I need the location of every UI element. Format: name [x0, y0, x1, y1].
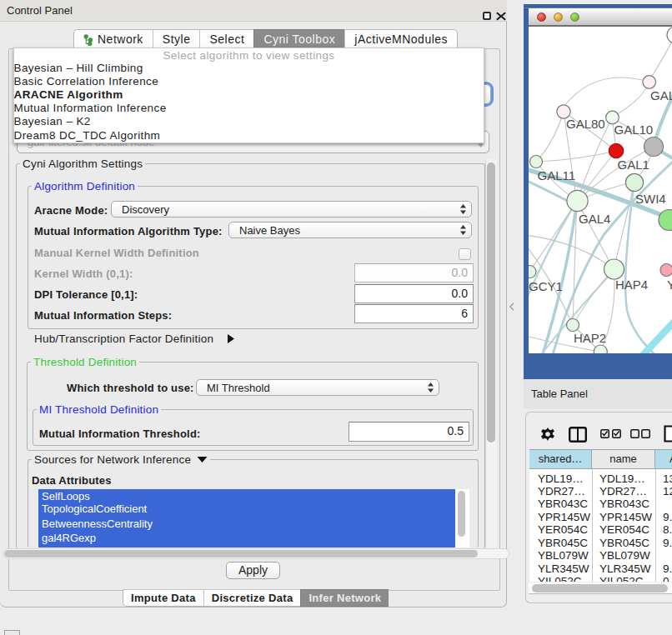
svg-text:YJ: YJ	[667, 278, 672, 292]
svg-text:GCY1: GCY1	[529, 279, 563, 293]
svg-text:GAL11: GAL11	[538, 168, 576, 182]
svg-text:HAP4: HAP4	[615, 278, 648, 292]
svg-text:GAL80: GAL80	[566, 117, 605, 131]
svg-text:GAL1: GAL1	[618, 158, 649, 172]
svg-text:SWI4: SWI4	[635, 192, 666, 206]
svg-text:GAL4: GAL4	[579, 212, 610, 226]
svg-text:GAL10: GAL10	[614, 122, 654, 137]
svg-text:HAP2: HAP2	[574, 331, 606, 345]
svg-text:GAL7: GAL7	[650, 88, 672, 102]
